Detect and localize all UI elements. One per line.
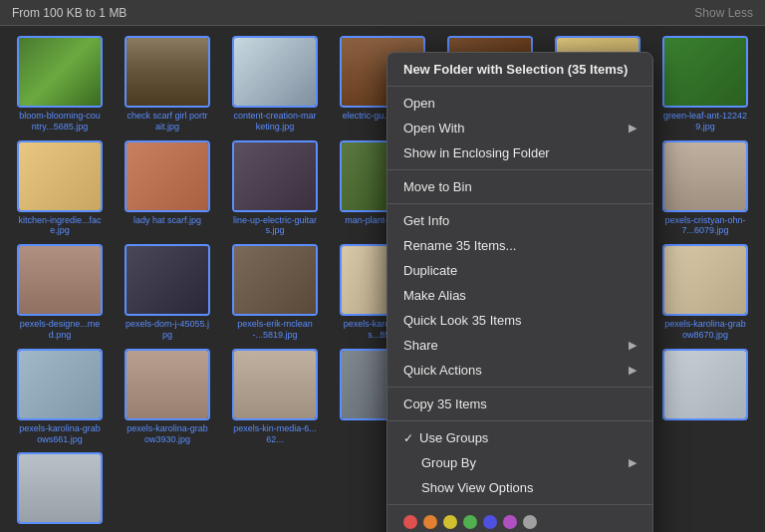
list-item[interactable]: content-creation-marketing.jpg <box>225 36 325 133</box>
top-bar: From 100 KB to 1 MB Show Less <box>0 0 765 26</box>
thumbnail[interactable] <box>232 36 318 108</box>
list-item[interactable]: pexels-karolina-grabow8670.jpg <box>655 244 755 341</box>
thumbnail[interactable] <box>17 349 103 420</box>
thumbnail[interactable] <box>662 140 748 212</box>
menu-item-share[interactable]: Share ▶ <box>387 333 652 358</box>
file-name: pexels-karolina-grabow8670.jpg <box>662 319 748 341</box>
submenu-arrow-icon: ▶ <box>629 364 637 377</box>
list-item[interactable]: line-up-electric-guitars.jpg <box>225 140 325 237</box>
list-item[interactable]: pexels-kin-media-6...62... <box>225 349 325 445</box>
menu-item-label: Open <box>403 96 637 111</box>
list-item[interactable]: pexels-cristyan-ohn-7...6079.jpg <box>655 140 755 237</box>
tags-row <box>387 509 652 532</box>
menu-item-quick-look[interactable]: Quick Look 35 Items <box>387 308 652 333</box>
submenu-arrow-icon: ▶ <box>629 456 637 469</box>
file-name: bloom-blooming-country...5685.jpg <box>17 111 103 133</box>
menu-section-bin: Move to Bin <box>387 170 652 204</box>
file-name: pexels-karolina-grabow3930.jpg <box>125 423 210 445</box>
menu-item-open[interactable]: Open <box>387 91 652 116</box>
menu-section-view: ✓ Use Groups Group By ▶ Show View Option… <box>387 421 652 505</box>
menu-item-label: Show in Enclosing Folder <box>403 145 637 160</box>
menu-item-label: Quick Actions <box>403 363 629 378</box>
menu-section-tags: Tags... <box>387 505 652 532</box>
show-less-button[interactable]: Show Less <box>694 6 753 20</box>
file-name: check scarf girl portrait.jpg <box>125 111 210 133</box>
finder-window: From 100 KB to 1 MB Show Less bloom-bloo… <box>0 0 765 532</box>
file-name: pexels-dom-j-45055.jpg <box>125 319 210 341</box>
menu-item-label: Share <box>403 338 629 353</box>
thumbnail[interactable] <box>17 36 103 108</box>
list-item[interactable]: pexels-designe...med.png <box>10 244 110 341</box>
thumbnail[interactable] <box>125 36 210 108</box>
menu-item-label: Move to Bin <box>403 179 637 194</box>
menu-item-open-with[interactable]: Open With ▶ <box>387 116 652 140</box>
thumbnail[interactable] <box>17 140 103 212</box>
menu-item-move-bin[interactable]: Move to Bin <box>387 174 652 199</box>
file-name: line-up-electric-guitars.jpg <box>232 215 318 237</box>
menu-item-label: Make Alias <box>403 288 637 303</box>
context-menu: New Folder with Selection (35 Items) Ope… <box>386 52 653 532</box>
menu-item-use-groups[interactable]: ✓ Use Groups <box>387 425 652 450</box>
thumbnail[interactable] <box>232 244 318 316</box>
list-item[interactable]: lady hat scarf.jpg <box>118 140 217 237</box>
menu-item-quick-actions[interactable]: Quick Actions ▶ <box>387 358 652 383</box>
menu-item-group-by[interactable]: Group By ▶ <box>387 450 652 475</box>
tag-purple[interactable] <box>503 515 517 529</box>
list-item[interactable]: pexels-erik-mclean-...5819.jpg <box>225 244 325 341</box>
menu-item-show-view-options[interactable]: Show View Options <box>387 475 652 500</box>
menu-section-info: Get Info Rename 35 Items... Duplicate Ma… <box>387 204 652 388</box>
tag-green[interactable] <box>463 515 477 529</box>
list-item[interactable]: check scarf girl portrait.jpg <box>118 36 217 133</box>
file-name: kitchen-ingredie...face.jpg <box>17 215 103 237</box>
thumbnail[interactable] <box>125 349 210 420</box>
thumbnail[interactable] <box>662 36 748 108</box>
menu-item-label: Open With <box>403 121 629 135</box>
tag-orange[interactable] <box>423 515 437 529</box>
thumbnail[interactable] <box>662 244 748 316</box>
menu-item-copy[interactable]: Copy 35 Items <box>387 392 652 416</box>
menu-item-label: New Folder with Selection (35 Items) <box>403 62 637 77</box>
file-name: pexels-erik-mclean-...5819.jpg <box>232 319 318 341</box>
menu-item-label: Quick Look 35 Items <box>403 313 637 328</box>
tag-yellow[interactable] <box>443 515 457 529</box>
menu-item-show-enclosing[interactable]: Show in Enclosing Folder <box>387 140 652 165</box>
thumbnail[interactable] <box>17 452 103 524</box>
thumbnail[interactable] <box>662 349 748 420</box>
menu-section-open: Open Open With ▶ Show in Enclosing Folde… <box>387 87 652 170</box>
menu-section-new-folder: New Folder with Selection (35 Items) <box>387 53 652 87</box>
file-name: pexels-kin-media-6...62... <box>232 423 318 445</box>
thumbnail[interactable] <box>232 349 318 420</box>
thumbnail[interactable] <box>17 244 103 316</box>
tag-gray[interactable] <box>523 515 537 529</box>
menu-item-new-folder[interactable]: New Folder with Selection (35 Items) <box>387 57 652 82</box>
section-title: From 100 KB to 1 MB <box>12 6 127 20</box>
file-name: pexels-karolina-grabows661.jpg <box>17 423 103 445</box>
file-name: pexels-designe...med.png <box>17 319 103 341</box>
menu-item-label: Group By <box>403 455 629 470</box>
submenu-arrow-icon: ▶ <box>629 122 637 134</box>
menu-item-duplicate[interactable]: Duplicate <box>387 258 652 283</box>
list-item[interactable] <box>10 452 110 527</box>
menu-item-rename[interactable]: Rename 35 Items... <box>387 233 652 258</box>
tag-red[interactable] <box>403 515 417 529</box>
thumbnail[interactable] <box>125 244 210 316</box>
tag-blue[interactable] <box>483 515 497 529</box>
menu-item-label: Copy 35 Items <box>403 397 637 411</box>
file-name: lady hat scarf.jpg <box>133 215 201 226</box>
list-item[interactable]: bloom-blooming-country...5685.jpg <box>10 36 110 133</box>
menu-item-get-info[interactable]: Get Info <box>387 208 652 233</box>
list-item[interactable]: pexels-karolina-grabow3930.jpg <box>118 349 217 445</box>
list-item[interactable]: kitchen-ingredie...face.jpg <box>10 140 110 237</box>
menu-item-label: Rename 35 Items... <box>403 238 637 253</box>
list-item[interactable]: pexels-dom-j-45055.jpg <box>118 244 217 341</box>
checkmark-icon: ✓ <box>403 431 413 445</box>
list-item[interactable]: pexels-karolina-grabows661.jpg <box>10 349 110 445</box>
thumbnail[interactable] <box>125 140 210 212</box>
menu-item-make-alias[interactable]: Make Alias <box>387 283 652 308</box>
thumbnail[interactable] <box>232 140 318 212</box>
menu-item-label: Get Info <box>403 213 637 228</box>
list-item[interactable]: green-leaf-ant-122429.jpg <box>655 36 755 133</box>
submenu-arrow-icon: ▶ <box>629 339 637 352</box>
file-name: content-creation-marketing.jpg <box>232 111 318 133</box>
list-item[interactable] <box>655 349 755 445</box>
